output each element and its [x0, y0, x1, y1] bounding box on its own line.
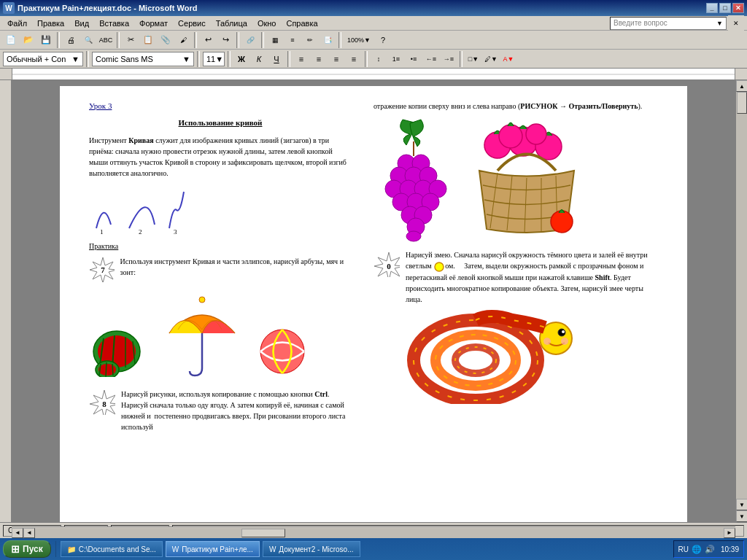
snake-illustration [403, 309, 658, 404]
right-col-text: отражение копии сверху вниз и слева напр… [374, 101, 658, 112]
ctrl-keyword: Ctrl [314, 390, 328, 398]
scroll-thumb[interactable] [737, 92, 747, 114]
font-size-dropdown[interactable]: 11 ▼ [203, 52, 225, 66]
hscroll-thumb[interactable] [241, 529, 285, 537]
format-painter[interactable]: 🖌 [175, 32, 191, 48]
help-close-button[interactable]: ✕ [728, 15, 744, 31]
left-column: Урок 3 Использование кривой Инструмент К… [89, 101, 352, 432]
svg-point-55 [436, 335, 516, 386]
decrease-indent-button[interactable]: ←≡ [423, 51, 439, 67]
scroll-track[interactable] [736, 92, 747, 499]
maximize-button[interactable]: □ [719, 3, 731, 13]
font-color-button[interactable]: A▼ [500, 51, 516, 67]
ruler-inner [12, 69, 735, 79]
clock: 10:39 [721, 545, 739, 553]
word-icon: W [3, 2, 15, 14]
hscroll-right[interactable]: ► [724, 528, 735, 538]
border-button[interactable]: □▼ [465, 51, 481, 67]
menu-window[interactable]: Окно [253, 18, 281, 29]
drawing-button[interactable]: ✏ [302, 32, 318, 48]
font-value: Comic Sans MS [96, 55, 153, 63]
align-center-button[interactable]: ≡ [311, 51, 327, 67]
menu-file[interactable]: Файл [3, 18, 31, 29]
snake-svg [403, 309, 578, 404]
svg-point-62 [562, 330, 565, 333]
menu-tools[interactable]: Сервис [174, 18, 210, 29]
help-input[interactable]: Введите вопрос ▼ [610, 17, 727, 30]
bold-button[interactable]: Ж [233, 51, 249, 67]
network-icon: 🌐 [692, 545, 702, 554]
doc-container[interactable]: Урок 3 Использование кривой Инструмент К… [12, 80, 735, 522]
system-tray: RU 🌐 🔊 10:39 [673, 540, 744, 558]
main-area: Урок 3 Использование кривой Инструмент К… [0, 80, 747, 522]
menu-edit[interactable]: Правка [33, 18, 69, 29]
basket-svg [476, 116, 578, 244]
increase-indent-button[interactable]: →≡ [441, 51, 457, 67]
bul-list-button[interactable]: •≡ [406, 51, 422, 67]
new-button[interactable]: 📄 [3, 32, 19, 48]
menu-format[interactable]: Формат [135, 18, 172, 29]
scroll-up-button[interactable]: ▲ [736, 80, 747, 92]
redo-button[interactable]: ↪ [217, 32, 233, 48]
horizontal-scrollbar[interactable]: ◄ ◄ ► [12, 526, 735, 538]
hscroll-left2[interactable]: ◄ [23, 528, 35, 538]
menu-view[interactable]: Вид [70, 18, 93, 29]
highlight-button[interactable]: 🖊▼ [483, 51, 499, 67]
cut-button[interactable]: ✂ [123, 32, 139, 48]
hyperlink-button[interactable]: 🔗 [242, 32, 258, 48]
folder-icon: 📁 [67, 545, 76, 553]
hscroll-track[interactable] [35, 528, 724, 538]
italic-button[interactable]: К [251, 51, 267, 67]
right-column: отражение копии сверху вниз и слева напр… [374, 101, 658, 432]
menu-help[interactable]: Справка [282, 18, 322, 29]
exercise-7-text: Используя инструмент Кривая и части элли… [120, 256, 352, 278]
svg-point-53 [435, 262, 444, 271]
scroll-down-button-2[interactable]: ▼ [736, 510, 747, 522]
close-button[interactable]: ✕ [732, 3, 744, 13]
taskbar-item-0[interactable]: 📁 C:\Documents and Se... [61, 541, 163, 557]
print-button[interactable]: 🖨 [63, 32, 79, 48]
minimize-button[interactable]: _ [706, 3, 718, 13]
columns-button[interactable]: ≡ [285, 32, 301, 48]
taskbar-item-1[interactable]: W Практикум Pain+ле... [166, 541, 260, 557]
svg-text:2: 2 [139, 228, 142, 236]
snake-exercise: 0 Нарисуй змею. Сначала нарисуй окружнос… [374, 249, 658, 305]
svg-line-15 [106, 362, 107, 377]
align-right-button[interactable]: ≡ [328, 51, 344, 67]
doc-columns: Урок 3 Использование кривой Инструмент К… [89, 101, 658, 432]
svg-text:7: 7 [101, 265, 105, 274]
font-dropdown[interactable]: Comic Sans MS ▼ [92, 52, 194, 66]
preview-button[interactable]: 🔍 [80, 32, 96, 48]
toolbar2: Обычный + Con ▼ Comic Sans MS ▼ 11 ▼ Ж К… [0, 50, 747, 69]
align-justify-button[interactable]: ≡ [346, 51, 362, 67]
toolbar-separator-2 [117, 32, 120, 48]
menu-insert[interactable]: Вставка [95, 18, 133, 29]
underline-button[interactable]: Ч [268, 51, 285, 67]
toolbar-separator-1 [57, 32, 60, 48]
undo-button[interactable]: ↩ [200, 32, 216, 48]
scroll-down-button-1[interactable]: ▼ [736, 499, 747, 510]
start-button[interactable]: ⊞ Пуск [3, 540, 51, 558]
line-spacing-button[interactable]: ↕ [371, 51, 387, 67]
titlebar-buttons: _ □ ✕ [706, 3, 744, 13]
hscroll-left[interactable]: ◄ [12, 528, 23, 538]
paste-button[interactable]: 📎 [158, 32, 174, 48]
style-dropdown[interactable]: Обычный + Con ▼ [3, 52, 83, 66]
save-button[interactable]: 💾 [38, 32, 54, 48]
open-button[interactable]: 📂 [20, 32, 36, 48]
menu-table[interactable]: Таблица [212, 18, 252, 29]
snake-text: Нарисуй змею. Сначала нарисуй окружность… [406, 249, 658, 305]
help2-button[interactable]: ? [375, 32, 391, 48]
toolbar1: 📄 📂 💾 🖨 🔍 ABC ✂ 📋 📎 🖌 ↩ ↪ 🔗 ▦ ≡ ✏ 📑 100%… [0, 31, 747, 50]
taskbar-item-2[interactable]: W Документ2 - Microso... [263, 541, 360, 557]
table-button[interactable]: ▦ [267, 32, 283, 48]
zoom-dropdown[interactable]: 100%▼ [344, 32, 374, 48]
align-left-button[interactable]: ≡ [293, 51, 309, 67]
doc-map-button[interactable]: 📑 [320, 32, 336, 48]
num-list-button[interactable]: 1≡ [388, 51, 404, 67]
copy-button[interactable]: 📋 [140, 32, 156, 48]
start-label: Пуск [23, 544, 43, 554]
help-arrow[interactable]: ▼ [716, 20, 723, 27]
spell-button[interactable]: ABC [98, 32, 114, 48]
statusbar: Стр. 3 Разд. 1 3/3 ◄ ◄ ► [0, 522, 747, 538]
